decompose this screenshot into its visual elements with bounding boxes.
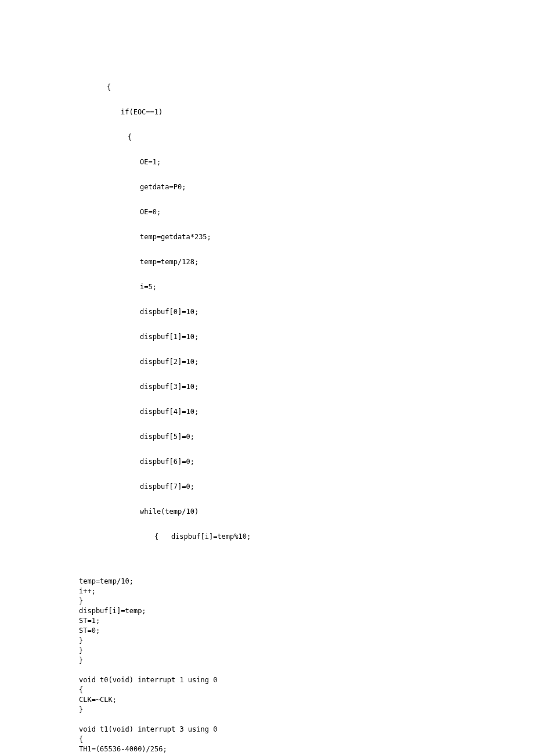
code-line: } xyxy=(79,636,464,646)
code-line: dispbuf[4]=10; xyxy=(79,407,464,417)
code-line: void t0(void) interrupt 1 using 0 xyxy=(79,675,464,685)
code-line: dispbuf[0]=10; xyxy=(79,307,464,317)
code-tight-section: temp=temp/10;i++;}dispbuf[i]=temp;ST=1;S… xyxy=(79,577,464,754)
code-line: temp=getdata*235; xyxy=(79,232,464,242)
code-block: {if(EOC==1){OE=1;getdata=P0;OE=0;temp=ge… xyxy=(79,63,464,756)
code-line: temp=temp/10; xyxy=(79,577,464,586)
code-line: dispbuf[1]=10; xyxy=(79,332,464,342)
code-line: { xyxy=(79,735,464,744)
code-line: if(EOC==1) xyxy=(79,107,464,117)
code-line: { dispbuf[i]=temp%10; xyxy=(79,532,464,542)
document-page: {if(EOC==1){OE=1;getdata=P0;OE=0;temp=ge… xyxy=(0,0,534,756)
code-line: CLK=~CLK; xyxy=(79,695,464,705)
code-spaced-section: {if(EOC==1){OE=1;getdata=P0;OE=0;temp=ge… xyxy=(79,82,464,542)
code-line: dispbuf[3]=10; xyxy=(79,382,464,392)
code-line: dispbuf[6]=0; xyxy=(79,457,464,467)
code-line: i=5; xyxy=(79,282,464,292)
code-line: dispbuf[2]=10; xyxy=(79,357,464,367)
code-line: } xyxy=(79,656,464,665)
code-line: } xyxy=(79,596,464,606)
code-line: } xyxy=(79,646,464,656)
code-line: dispbuf[i]=temp; xyxy=(79,606,464,616)
code-line: dispbuf[7]=0; xyxy=(79,482,464,492)
code-line: OE=0; xyxy=(79,207,464,217)
code-line: getdata=P0; xyxy=(79,182,464,192)
code-line: ST=1; xyxy=(79,616,464,626)
code-line: ST=0; xyxy=(79,626,464,636)
code-line: { xyxy=(79,82,464,92)
code-line: while(temp/10) xyxy=(79,507,464,517)
code-line xyxy=(79,665,464,675)
code-line: i++; xyxy=(79,586,464,596)
code-line: void t1(void) interrupt 3 using 0 xyxy=(79,725,464,735)
code-line: TH1=(65536-4000)/256; xyxy=(79,744,464,754)
code-line: { xyxy=(79,685,464,695)
code-line: } xyxy=(79,705,464,715)
code-line: temp=temp/128; xyxy=(79,257,464,267)
code-line xyxy=(79,715,464,725)
code-line: OE=1; xyxy=(79,157,464,167)
code-line: dispbuf[5]=0; xyxy=(79,432,464,442)
code-line: { xyxy=(79,132,464,142)
